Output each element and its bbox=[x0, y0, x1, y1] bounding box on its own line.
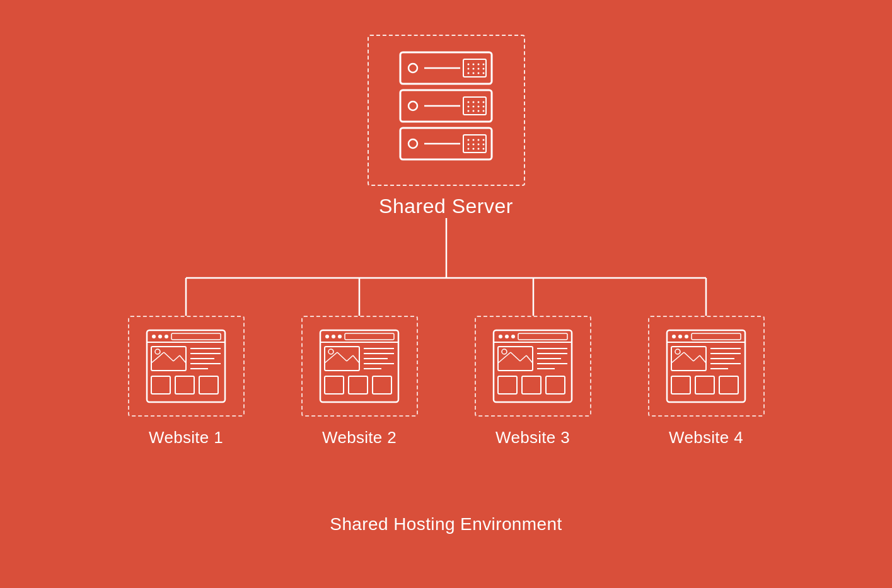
svg-rect-59 bbox=[171, 333, 221, 340]
svg-point-76 bbox=[325, 335, 329, 338]
svg-point-77 bbox=[332, 335, 335, 338]
svg-point-42 bbox=[478, 143, 480, 145]
website-label-1: Website 1 bbox=[149, 428, 223, 447]
svg-point-17 bbox=[408, 101, 417, 110]
svg-point-25 bbox=[473, 105, 475, 107]
svg-point-57 bbox=[158, 335, 162, 338]
svg-point-8 bbox=[468, 67, 470, 69]
svg-line-62 bbox=[164, 352, 173, 361]
svg-point-85 bbox=[328, 349, 333, 354]
svg-rect-113 bbox=[546, 376, 565, 394]
svg-point-125 bbox=[675, 349, 680, 354]
svg-line-64 bbox=[180, 355, 186, 363]
svg-point-44 bbox=[468, 147, 470, 149]
svg-point-56 bbox=[152, 335, 156, 338]
svg-point-30 bbox=[478, 110, 480, 112]
website-label-2: Website 2 bbox=[322, 428, 397, 447]
svg-line-122 bbox=[684, 352, 693, 361]
tree-container: Website 1 bbox=[100, 218, 793, 489]
website-label-3: Website 3 bbox=[495, 428, 570, 447]
svg-point-43 bbox=[483, 143, 485, 145]
svg-point-31 bbox=[483, 110, 485, 112]
svg-point-14 bbox=[478, 72, 480, 74]
svg-point-4 bbox=[468, 63, 470, 65]
svg-point-12 bbox=[468, 72, 470, 74]
svg-point-105 bbox=[502, 349, 507, 354]
server-label: Shared Server bbox=[379, 195, 513, 218]
svg-rect-112 bbox=[522, 376, 541, 394]
diagram: Shared Server bbox=[0, 0, 892, 588]
svg-point-5 bbox=[473, 63, 475, 65]
server-box bbox=[368, 35, 525, 186]
svg-point-46 bbox=[478, 147, 480, 149]
svg-rect-132 bbox=[695, 376, 714, 394]
svg-point-28 bbox=[468, 110, 470, 112]
svg-point-40 bbox=[468, 143, 470, 145]
svg-point-11 bbox=[483, 67, 485, 69]
svg-line-102 bbox=[511, 352, 520, 361]
svg-rect-71 bbox=[151, 376, 170, 394]
svg-point-26 bbox=[478, 105, 480, 107]
svg-point-20 bbox=[468, 101, 470, 103]
website-icon-3 bbox=[492, 328, 574, 404]
website-icon-1 bbox=[145, 328, 227, 404]
svg-point-116 bbox=[672, 335, 676, 338]
svg-line-103 bbox=[520, 355, 526, 361]
website-box-3 bbox=[475, 316, 591, 417]
svg-line-83 bbox=[347, 355, 353, 361]
svg-rect-131 bbox=[671, 376, 690, 394]
svg-point-117 bbox=[678, 335, 682, 338]
svg-rect-92 bbox=[349, 376, 368, 394]
svg-point-39 bbox=[483, 139, 485, 141]
svg-rect-133 bbox=[719, 376, 738, 394]
bottom-caption: Shared Hosting Environment bbox=[330, 514, 562, 534]
svg-rect-79 bbox=[345, 333, 394, 340]
website-node-4: Website 4 bbox=[620, 316, 793, 447]
svg-rect-72 bbox=[175, 376, 194, 394]
server-node: Shared Server bbox=[368, 35, 525, 218]
svg-rect-73 bbox=[199, 376, 218, 394]
svg-point-24 bbox=[468, 105, 470, 107]
svg-point-6 bbox=[478, 63, 480, 65]
svg-point-23 bbox=[483, 101, 485, 103]
svg-point-29 bbox=[473, 110, 475, 112]
svg-point-33 bbox=[408, 139, 417, 148]
svg-rect-35 bbox=[463, 135, 486, 153]
svg-point-38 bbox=[478, 139, 480, 141]
svg-point-27 bbox=[483, 105, 485, 107]
svg-point-118 bbox=[685, 335, 688, 338]
svg-point-47 bbox=[483, 147, 485, 149]
server-icon bbox=[394, 49, 498, 172]
svg-point-45 bbox=[473, 147, 475, 149]
svg-point-9 bbox=[473, 67, 475, 69]
svg-point-41 bbox=[473, 143, 475, 145]
svg-rect-111 bbox=[498, 376, 517, 394]
svg-rect-99 bbox=[518, 333, 567, 340]
website-box-4 bbox=[648, 316, 765, 417]
svg-point-58 bbox=[165, 335, 168, 338]
website-node-1: Website 1 bbox=[100, 316, 273, 447]
svg-line-124 bbox=[700, 355, 706, 363]
svg-rect-93 bbox=[373, 376, 391, 394]
svg-point-78 bbox=[338, 335, 342, 338]
svg-point-36 bbox=[468, 139, 470, 141]
svg-line-104 bbox=[526, 355, 533, 363]
svg-line-84 bbox=[353, 355, 359, 363]
svg-point-65 bbox=[155, 349, 160, 354]
website-icon-4 bbox=[665, 328, 747, 404]
svg-point-1 bbox=[408, 64, 417, 72]
svg-rect-91 bbox=[325, 376, 344, 394]
svg-rect-119 bbox=[692, 333, 741, 340]
svg-point-96 bbox=[499, 335, 502, 338]
website-label-4: Website 4 bbox=[669, 428, 743, 447]
website-node-2: Website 2 bbox=[273, 316, 446, 447]
website-box-2 bbox=[301, 316, 418, 417]
website-icon-2 bbox=[318, 328, 400, 404]
svg-point-98 bbox=[511, 335, 515, 338]
svg-line-63 bbox=[173, 355, 180, 361]
svg-line-82 bbox=[337, 352, 347, 361]
svg-rect-19 bbox=[463, 97, 486, 115]
svg-rect-3 bbox=[463, 59, 486, 77]
website-box-1 bbox=[128, 316, 245, 417]
svg-point-97 bbox=[505, 335, 509, 338]
